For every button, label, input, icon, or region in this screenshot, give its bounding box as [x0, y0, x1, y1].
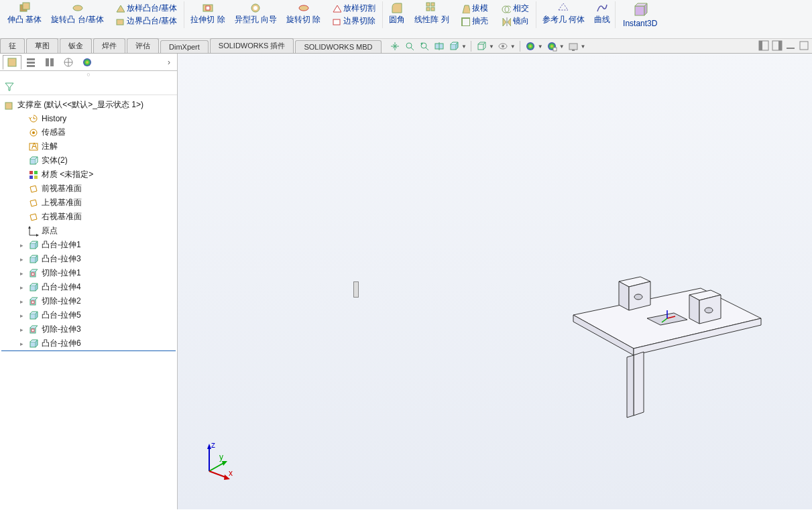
- tree-item[interactable]: 前视基准面: [1, 182, 176, 196]
- separator: [471, 41, 471, 52]
- history-icon: [28, 113, 39, 124]
- instant3d-button[interactable]: Instant3D: [621, 1, 659, 28]
- loft-icon: [115, 4, 125, 13]
- tab-sketch[interactable]: 草图: [26, 38, 58, 53]
- dock-left-icon[interactable]: [758, 40, 769, 51]
- tree-item-label: 右视基准面: [42, 211, 82, 222]
- tree-item-label: History: [42, 114, 66, 123]
- hide-show-icon[interactable]: [497, 40, 509, 52]
- intersect-button[interactable]: 相交: [498, 2, 533, 15]
- tree-item[interactable]: 上视基准面: [1, 196, 176, 210]
- svg-rect-71: [32, 301, 34, 304]
- edit-appearance-icon[interactable]: [524, 40, 536, 52]
- section-view-icon[interactable]: [433, 40, 445, 52]
- loft-boss-button[interactable]: 放样凸台/基体: [111, 2, 181, 15]
- svg-point-8: [299, 5, 308, 11]
- fillet-button[interactable]: 圆角: [387, 1, 407, 24]
- revolve-boss-button[interactable]: 旋转凸 台/基体: [49, 1, 106, 24]
- curves-button[interactable]: 曲线: [592, 1, 612, 24]
- hole-wizard-button[interactable]: 异型孔 向导: [233, 1, 279, 24]
- dropdown-icon[interactable]: ▼: [538, 44, 543, 50]
- linear-pattern-button[interactable]: 线性阵 列: [412, 1, 451, 24]
- plane-icon: [28, 212, 39, 222]
- minimize-icon[interactable]: [785, 40, 796, 51]
- extrude-boss-button[interactable]: 伸凸 基体: [5, 1, 44, 24]
- ref-geometry-button[interactable]: 参考几 何体: [540, 1, 587, 24]
- tree-item[interactable]: ▸切除-拉伸1: [1, 266, 176, 280]
- feature-manager-tab[interactable]: [3, 55, 21, 70]
- view-settings-icon[interactable]: [567, 40, 579, 52]
- tab-features[interactable]: 征: [0, 38, 25, 53]
- svg-rect-72: [30, 314, 36, 319]
- property-manager-tab[interactable]: [21, 55, 40, 70]
- tree-item[interactable]: 传感器: [1, 125, 176, 139]
- expand-chevron-icon[interactable]: ▸: [20, 298, 27, 305]
- configuration-manager-tab[interactable]: [40, 55, 59, 70]
- display-style-icon[interactable]: [475, 40, 487, 52]
- ribbon-label: 拉伸切 除: [190, 15, 225, 23]
- tab-sw-addins[interactable]: SOLIDWORKS 插件: [210, 38, 294, 53]
- expand-chevron-icon[interactable]: ▸: [20, 326, 27, 333]
- apply-scene-icon[interactable]: [546, 40, 558, 52]
- tree-item[interactable]: ▸凸台-拉伸5: [1, 308, 176, 322]
- loft-cut-button[interactable]: 放样切割: [328, 2, 380, 15]
- dropdown-icon[interactable]: ▼: [559, 44, 565, 50]
- extrude-icon: [19, 2, 31, 14]
- ribbon-label: 相交: [513, 3, 529, 14]
- panel-grip[interactable]: ○: [0, 71, 177, 78]
- svg-rect-11: [431, 3, 434, 6]
- tab-sheetmetal[interactable]: 钣金: [60, 38, 92, 53]
- expand-chevron-icon[interactable]: ▸: [20, 256, 27, 263]
- dimxpert-manager-tab[interactable]: [59, 55, 78, 70]
- maximize-icon[interactable]: [799, 40, 809, 51]
- expand-chevron-icon[interactable]: ▸: [20, 284, 27, 291]
- tab-evaluate[interactable]: 评估: [127, 38, 159, 53]
- tree-item[interactable]: ▸凸台-拉伸4: [1, 280, 176, 294]
- display-manager-tab[interactable]: [78, 55, 97, 70]
- tree-item[interactable]: History: [1, 112, 176, 125]
- tree-item[interactable]: 原点: [1, 224, 176, 238]
- boundary-boss-button[interactable]: 边界凸台/基体: [111, 15, 181, 27]
- graphics-viewport[interactable]: z y x: [178, 54, 812, 509]
- revolve-cut-button[interactable]: 旋转切 除: [284, 1, 323, 24]
- boundary-cut-button[interactable]: 边界切除: [328, 15, 380, 27]
- dropdown-icon[interactable]: ▼: [489, 44, 494, 50]
- tree-item[interactable]: ▸切除-拉伸2: [1, 294, 176, 308]
- svg-point-53: [32, 131, 35, 134]
- tree-item[interactable]: 材质 <未指定>: [1, 168, 176, 182]
- tree-item[interactable]: A注解: [1, 139, 176, 153]
- tab-dimxpert[interactable]: DimXpert: [160, 40, 209, 53]
- dropdown-icon[interactable]: ▼: [581, 44, 586, 50]
- expand-chevron-icon[interactable]: ▸: [20, 242, 27, 249]
- view-triad[interactable]: z y x: [199, 441, 239, 481]
- expand-chevron-icon[interactable]: ▸: [20, 270, 27, 277]
- tree-item[interactable]: ▸凸台-拉伸6: [1, 336, 176, 351]
- dropdown-icon[interactable]: ▼: [461, 44, 467, 50]
- expand-chevron-icon[interactable]: ▸: [20, 340, 27, 347]
- tree-item[interactable]: ▸凸台-拉伸1: [1, 238, 176, 252]
- tree-item[interactable]: ▸切除-拉伸3: [1, 322, 176, 336]
- tree-item-label: 凸台-拉伸6: [42, 338, 81, 349]
- dock-right-icon[interactable]: [772, 40, 782, 51]
- tab-sw-mbd[interactable]: SOLIDWORKS MBD: [295, 40, 381, 53]
- expand-chevron-icon[interactable]: ▸: [20, 312, 27, 319]
- view-orientation-icon[interactable]: [448, 40, 460, 52]
- tree-root-node[interactable]: 支撑座 (默认<<默认>_显示状态 1>): [1, 98, 176, 112]
- zoom-fit-icon[interactable]: [389, 40, 401, 52]
- tree-item[interactable]: ▸凸台-拉伸3: [1, 252, 176, 266]
- previous-view-icon[interactable]: [418, 40, 430, 52]
- mirror-button[interactable]: 镜向: [498, 15, 533, 27]
- tree-item[interactable]: 右视基准面: [1, 210, 176, 224]
- draft-button[interactable]: 拔模: [457, 2, 492, 15]
- shell-button[interactable]: 抽壳: [457, 15, 492, 27]
- dropdown-icon[interactable]: ▼: [510, 44, 516, 50]
- tree-item[interactable]: 实体(2): [1, 153, 176, 168]
- filter-icon[interactable]: [4, 81, 15, 92]
- panel-expand-icon[interactable]: ›: [164, 58, 174, 67]
- extrude-cut-button[interactable]: 拉伸切 除: [188, 1, 227, 24]
- svg-rect-69: [30, 285, 36, 291]
- zoom-area-icon[interactable]: [404, 40, 416, 52]
- svg-point-28: [526, 42, 534, 50]
- panel-resize-handle[interactable]: [353, 281, 359, 298]
- tab-weldments[interactable]: 焊件: [93, 38, 125, 53]
